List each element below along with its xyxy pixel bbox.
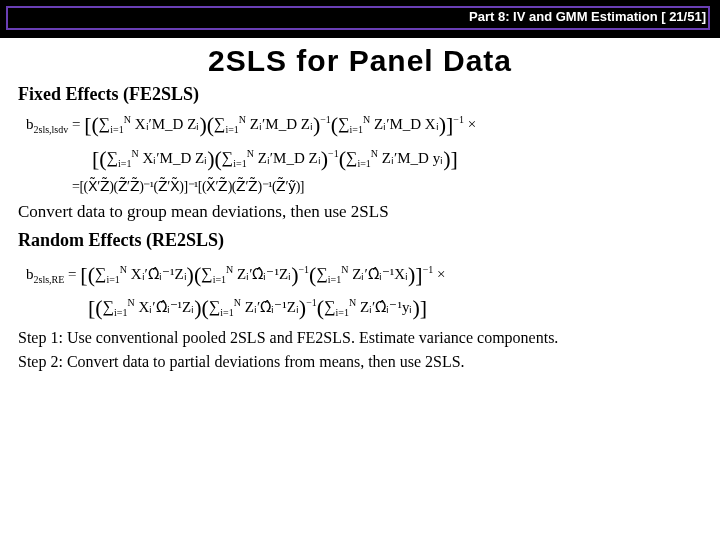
sum-lower: i=1 [118, 158, 131, 169]
sum-symbol: ∑ [209, 298, 220, 315]
eq-term: Zᵢ′Ω̂ᵢ⁻¹yᵢ [360, 299, 412, 315]
sum-symbol: ∑ [214, 115, 225, 132]
sum-upper: N [234, 297, 241, 308]
sum-symbol: ∑ [107, 149, 118, 166]
eq-subscript: 2sls,lsdv [34, 124, 69, 135]
fe-note: Convert data to group mean deviations, t… [18, 201, 702, 224]
eq-re-line2: [(∑i=1N Xᵢ′Ω̂ᵢ⁻¹Zᵢ)(∑i=1N Zᵢ′Ω̂ᵢ⁻¹Zᵢ)−1(… [88, 293, 702, 323]
eq-term: Xᵢ′M_D Zᵢ [135, 116, 200, 132]
eq-symbol: b [26, 116, 34, 132]
eq-term: Xᵢ′Ω̂ᵢ⁻¹Zᵢ [131, 266, 187, 282]
eq-symbol: b [26, 266, 34, 282]
sum-upper: N [226, 264, 233, 275]
eq-term: Zᵢ′Ω̂ᵢ⁻¹Xᵢ [352, 266, 408, 282]
eq-term: Xᵢ′Ω̂ᵢ⁻¹Zᵢ [138, 299, 194, 315]
sum-lower: i=1 [336, 307, 349, 318]
sum-upper: N [131, 148, 138, 159]
sum-symbol: ∑ [99, 115, 110, 132]
breadcrumb: Part 8: IV and GMM Estimation [ 21/51] [469, 9, 706, 24]
sum-symbol: ∑ [324, 298, 335, 315]
sum-lower: i=1 [350, 124, 363, 135]
eq-term: Zᵢ′M_D Xᵢ [374, 116, 439, 132]
sum-symbol: ∑ [346, 149, 357, 166]
sum-symbol: ∑ [95, 265, 106, 282]
eq-term: Zᵢ′M_D Zᵢ [258, 150, 321, 166]
eq-term: Zᵢ′M_D yᵢ [382, 150, 443, 166]
sum-symbol: ∑ [316, 265, 327, 282]
sum-lower: i=1 [233, 158, 246, 169]
sum-symbol: ∑ [338, 115, 349, 132]
sum-upper: N [124, 114, 131, 125]
eq-re-line1: b2sls,RE = [(∑i=1N Xᵢ′Ω̂ᵢ⁻¹Zᵢ)(∑i=1N Zᵢ′… [26, 260, 702, 290]
sum-upper: N [371, 148, 378, 159]
eq-subscript: 2sls,RE [34, 274, 65, 285]
sum-upper: N [120, 264, 127, 275]
eq-term: Zᵢ′Ω̂ᵢ⁻¹Zᵢ [245, 299, 299, 315]
re-step2: Step 2: Convert data to partial deviatio… [18, 351, 702, 373]
slide-content: Fixed Effects (FE2SLS) b2sls,lsdv = [(∑i… [0, 82, 720, 372]
sum-lower: i=1 [225, 124, 238, 135]
sum-upper: N [247, 148, 254, 159]
sum-upper: N [363, 114, 370, 125]
eq-term: Zᵢ′M_D Zᵢ [250, 116, 313, 132]
sum-symbol: ∑ [222, 149, 233, 166]
eq-fe-line2: [(∑i=1N Xᵢ′M_D Zᵢ)(∑i=1N Zᵢ′M_D Zᵢ)−1(∑i… [92, 144, 702, 174]
fe-heading: Fixed Effects (FE2SLS) [18, 82, 702, 106]
eq-fe-line3: =[(X̃′Z̃)(Z̃′Z̃)⁻¹(Z̃′X̃)]⁻¹[(X̃′Z̃)(Z̃′… [72, 178, 702, 197]
eq-term: Zᵢ′Ω̂ᵢ⁻¹Zᵢ [237, 266, 291, 282]
page-title: 2SLS for Panel Data [0, 44, 720, 78]
sum-lower: i=1 [110, 124, 123, 135]
sum-lower: i=1 [106, 274, 119, 285]
sum-upper: N [341, 264, 348, 275]
eq-term: Xᵢ′M_D Zᵢ [142, 150, 207, 166]
header-bar: Part 8: IV and GMM Estimation [ 21/51] [0, 0, 720, 38]
sum-upper: N [127, 297, 134, 308]
sum-upper: N [239, 114, 246, 125]
sum-lower: i=1 [357, 158, 370, 169]
re-heading: Random Effects (RE2SLS) [18, 228, 702, 252]
sum-symbol: ∑ [201, 265, 212, 282]
sum-lower: i=1 [114, 307, 127, 318]
sum-lower: i=1 [328, 274, 341, 285]
sum-lower: i=1 [220, 307, 233, 318]
sum-upper: N [349, 297, 356, 308]
sum-lower: i=1 [213, 274, 226, 285]
eq-fe-line1: b2sls,lsdv = [(∑i=1N Xᵢ′M_D Zᵢ)(∑i=1N Zᵢ… [26, 110, 702, 140]
re-step1: Step 1: Use conventional pooled 2SLS and… [18, 327, 702, 349]
sum-symbol: ∑ [103, 298, 114, 315]
